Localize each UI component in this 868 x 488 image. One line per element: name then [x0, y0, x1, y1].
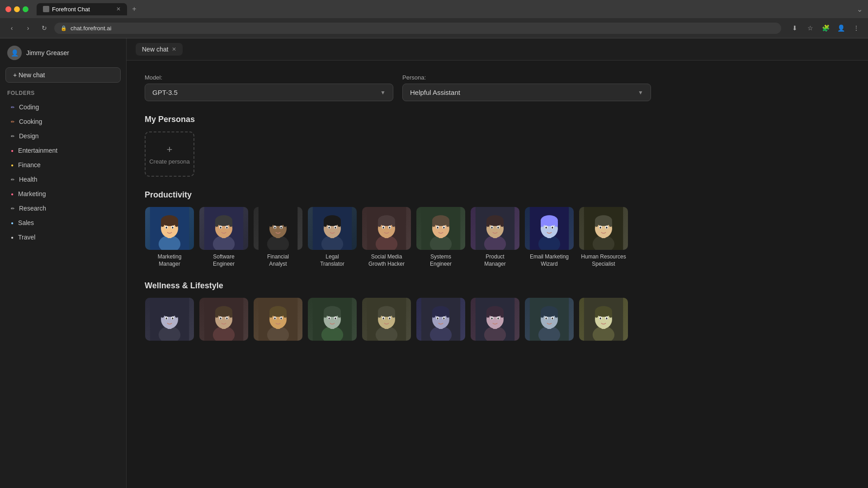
model-dropdown[interactable]: GPT-3.5 ▼ [145, 84, 393, 101]
entertainment-folder-label: Entertainment [18, 147, 57, 154]
svg-point-76 [497, 227, 499, 229]
persona-avatar-product-manager [471, 207, 519, 250]
user-name: Jimmy Greaser [26, 49, 69, 56]
sidebar-item-marketing[interactable]: ●Marketing [4, 187, 123, 201]
svg-rect-148 [378, 311, 381, 318]
svg-rect-39 [338, 221, 341, 227]
wellness-card-w6[interactable] [416, 298, 466, 344]
new-chat-button[interactable]: + New chat [5, 67, 121, 83]
cooking-folder-icon: ✏ [11, 119, 14, 124]
sidebar-item-cooking[interactable]: ✏Cooking [4, 114, 123, 129]
model-value: GPT-3.5 [152, 89, 178, 96]
svg-rect-182 [555, 311, 558, 318]
extension-icon[interactable]: 🧩 [819, 22, 832, 34]
persona-select-group: Persona: Helpful Assistant ▼ [402, 74, 651, 101]
wellness-avatar-w1 [145, 298, 194, 341]
svg-point-142 [335, 318, 336, 319]
close-window-button[interactable] [5, 6, 11, 12]
cooking-folder-label: Cooking [19, 118, 42, 125]
avatar: 👤 [7, 46, 22, 60]
persona-name-marketing-manager: Marketing Manager [158, 253, 182, 267]
download-icon[interactable]: ⬇ [788, 22, 801, 34]
persona-card-social-media[interactable]: Social Media Growth Hacker [362, 207, 411, 267]
persona-card-product-manager[interactable]: Product Manager [470, 207, 520, 267]
maximize-window-button[interactable] [23, 6, 28, 12]
sidebar-item-design[interactable]: ✏Design [4, 129, 123, 143]
content-area: Model: GPT-3.5 ▼ Persona: Helpful Assist… [127, 61, 669, 358]
sidebar-item-finance[interactable]: ●Finance [4, 158, 123, 172]
svg-point-86 [545, 227, 547, 229]
svg-point-174 [491, 318, 492, 319]
design-folder-icon: ✏ [11, 134, 14, 139]
minimize-window-button[interactable] [14, 6, 20, 12]
new-tab-button[interactable]: + [128, 3, 141, 15]
svg-rect-28 [283, 221, 287, 227]
svg-rect-16 [215, 221, 218, 227]
browser-actions: ⬇ ☆ 🧩 👤 ⋮ [788, 22, 863, 34]
persona-card-systems-engineer[interactable]: Systems Engineer [416, 207, 466, 267]
persona-card-email-marketing[interactable]: Email Marketing Wizard [524, 207, 574, 267]
svg-point-119 [220, 318, 221, 319]
svg-rect-17 [229, 221, 232, 227]
persona-avatar-email-marketing [525, 207, 574, 250]
sidebar-item-research[interactable]: ✏Research [4, 201, 123, 216]
persona-avatar-social-media [362, 207, 411, 250]
svg-rect-83 [555, 221, 558, 227]
sidebar-item-coding[interactable]: ✏Coding [4, 100, 123, 114]
svg-point-64 [437, 227, 438, 229]
folder-list: ✏Coding✏Cooking✏Design●Entertainment●Fin… [0, 100, 126, 244]
traffic-lights [5, 6, 28, 12]
sidebar-item-entertainment[interactable]: ●Entertainment [4, 143, 123, 158]
star-icon[interactable]: ☆ [804, 22, 816, 34]
sidebar-item-health[interactable]: ✏Health [4, 172, 123, 187]
wellness-cards [145, 298, 651, 344]
address-bar[interactable]: 🔒 chat.forefront.ai [54, 23, 781, 34]
tab-close-button[interactable]: ✕ [116, 6, 121, 12]
browser-menu-button[interactable]: ⌄ [857, 5, 863, 14]
wellness-card-w2[interactable] [199, 298, 249, 344]
persona-name-email-marketing: Email Marketing Wizard [530, 253, 569, 267]
wellness-card-w4[interactable] [307, 298, 357, 344]
sidebar-item-sales[interactable]: ●Sales [4, 216, 123, 230]
svg-rect-127 [283, 311, 287, 318]
forward-button[interactable]: › [22, 22, 34, 34]
chat-tab-close[interactable]: ✕ [172, 46, 176, 52]
wellness-card-w1[interactable] [145, 298, 194, 344]
persona-card-legal-translator[interactable]: Legal Translator [307, 207, 357, 267]
refresh-button[interactable]: ↻ [38, 22, 51, 34]
persona-avatar-systems-engineer [416, 207, 465, 250]
sidebar-item-travel[interactable]: ●Travel [4, 230, 123, 244]
svg-point-21 [226, 227, 227, 229]
persona-card-financial-analyst[interactable]: Financial Analyst [253, 207, 303, 267]
wellness-card-w8[interactable] [524, 298, 574, 344]
svg-rect-137 [324, 311, 327, 318]
browser-nav: ‹ › ↻ 🔒 chat.forefront.ai ⬇ ☆ 🧩 👤 ⋮ [0, 18, 868, 38]
persona-name-hr-specialist: Human Resources Specialist [581, 253, 626, 267]
persona-card-software-engineer[interactable]: Software Engineer [199, 207, 249, 267]
browser-tab-forefront[interactable]: Forefront Chat ✕ [37, 3, 127, 15]
persona-card-marketing-manager[interactable]: Marketing Manager [145, 207, 194, 267]
tab-title: Forefront Chat [52, 6, 90, 13]
svg-rect-60 [432, 221, 435, 227]
persona-dropdown[interactable]: Helpful Assistant ▼ [402, 84, 651, 101]
persona-card-hr-specialist[interactable]: Human Resources Specialist [579, 207, 628, 267]
persona-value: Helpful Assistant [410, 89, 460, 96]
wellness-card-w9[interactable] [579, 298, 628, 344]
wellness-card-w5[interactable] [362, 298, 411, 344]
svg-rect-50 [392, 221, 395, 227]
profile-icon[interactable]: 👤 [835, 22, 847, 34]
svg-rect-159 [432, 311, 435, 318]
tab-favicon [43, 6, 49, 12]
create-persona-card[interactable]: + Create persona [145, 131, 194, 177]
back-button[interactable]: ‹ [5, 22, 18, 34]
svg-rect-104 [161, 311, 164, 318]
wellness-card-w7[interactable] [470, 298, 520, 344]
persona-name-legal-translator: Legal Translator [320, 253, 344, 267]
chat-tab[interactable]: New chat ✕ [136, 43, 183, 56]
more-options-icon[interactable]: ⋮ [850, 22, 863, 34]
svg-point-131 [280, 318, 282, 319]
wellness-title: Wellness & Lifestyle [145, 281, 651, 291]
wellness-card-w3[interactable] [253, 298, 303, 344]
wellness-avatar-w2 [199, 298, 248, 341]
svg-rect-126 [269, 311, 273, 318]
